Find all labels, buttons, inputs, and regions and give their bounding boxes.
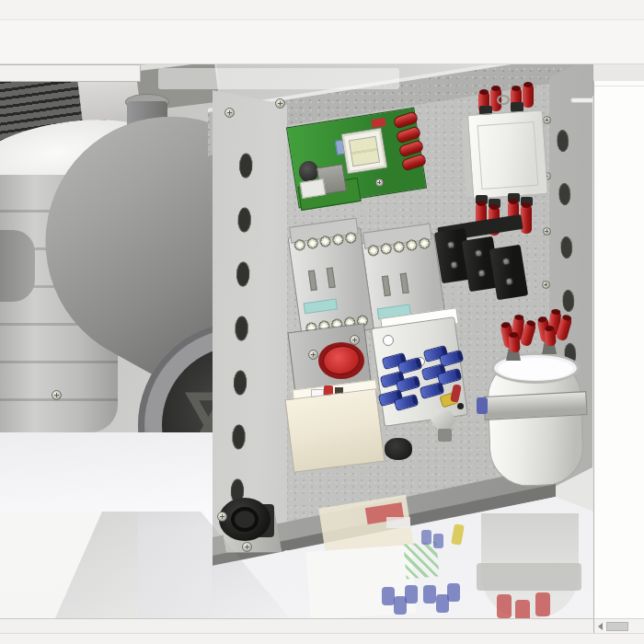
reflection-blue-small — [433, 534, 443, 548]
screw-floor[interactable] — [52, 390, 62, 400]
reflection-blue-connector — [382, 587, 395, 605]
model-pump-knob[interactable] — [0, 230, 35, 302]
transformer-body[interactable] — [284, 388, 385, 473]
screw[interactable] — [375, 178, 384, 187]
heads-up-view-toolbar — [158, 68, 399, 89]
screw[interactable] — [242, 542, 252, 552]
reflection-white-detail — [386, 517, 410, 528]
filter-load-text — [478, 131, 534, 134]
screw[interactable] — [217, 512, 227, 522]
screw[interactable] — [542, 281, 550, 289]
task-pane-tabs — [570, 98, 592, 103]
viewport-bottom-strip — [0, 618, 593, 633]
reflection-red-terminal — [535, 592, 550, 616]
scroll-left-icon[interactable] — [598, 623, 603, 630]
connector-blue-edge — [477, 397, 488, 414]
hex-bolt-shaft — [438, 429, 452, 442]
electrical-manager-panel — [593, 81, 644, 618]
contactor-slot — [400, 273, 409, 294]
reflection-blue-connector — [447, 583, 460, 602]
panel-horizontal-scrollbar[interactable] — [593, 618, 644, 633]
screw[interactable] — [224, 108, 235, 118]
reflection-blue-small — [421, 530, 431, 545]
ribbon — [0, 20, 644, 64]
wire-end-black — [457, 403, 464, 409]
cable-gland-bore — [231, 507, 259, 532]
reflection-blue-connector — [423, 585, 436, 604]
pcb-display-segments — [349, 136, 380, 167]
viewport-3d[interactable] — [0, 0, 593, 618]
filter-line-text — [482, 178, 537, 182]
reflection-red-terminal — [497, 594, 512, 618]
screw[interactable] — [543, 227, 551, 236]
status-bar — [0, 633, 644, 644]
reflection-capacitor-band — [477, 563, 581, 591]
screw[interactable] — [543, 116, 551, 124]
filter-cable-red[interactable] — [521, 204, 532, 234]
feature-tree — [594, 86, 644, 87]
power-filter-label-panel[interactable] — [477, 121, 539, 190]
ribbon-buttons — [0, 20, 644, 22]
capacitor-terminal-red[interactable] — [508, 334, 520, 353]
screw[interactable] — [275, 98, 285, 109]
panel-gap — [593, 64, 644, 81]
solidworks-window — [0, 0, 644, 644]
reflection-blue-connector — [405, 585, 418, 604]
screw[interactable] — [308, 350, 318, 360]
contactor-slot — [382, 275, 391, 296]
contactor-slot — [327, 268, 336, 289]
contactor-label-teal — [304, 298, 338, 314]
capacitor-top-face — [498, 358, 573, 380]
document-tab[interactable] — [0, 64, 141, 82]
reflection-red-terminal — [515, 600, 530, 618]
contactor-slot — [308, 270, 317, 291]
filter-lift-loop — [497, 95, 510, 105]
title-bar — [0, 0, 644, 20]
cable-gland-small[interactable] — [385, 438, 412, 460]
relay-dot — [383, 335, 394, 346]
filter-cable-red[interactable] — [523, 84, 534, 108]
capacitor-terminal-red[interactable] — [544, 328, 556, 347]
scroll-thumb[interactable] — [606, 622, 628, 631]
